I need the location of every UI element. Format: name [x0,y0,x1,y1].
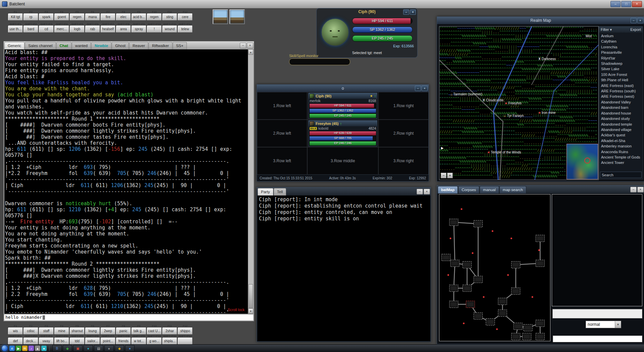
scrollbar-thumb[interactable] [249,284,253,308]
zoom-out-button[interactable]: − [441,173,446,178]
map-location-item[interactable]: Abandoned temple [599,122,643,127]
map-location-item[interactable]: Arelium [599,33,643,39]
macro-button[interactable]: logb [70,26,85,33]
terminal-scrollbar[interactable]: ▲ ▼ [248,49,253,314]
party-minimize-button[interactable]: – [415,86,421,91]
batmap-mode-select[interactable]: normal ▾ [586,321,621,328]
maximize-button[interactable]: □ [621,1,631,7]
batmap-minimize-button[interactable]: – [630,187,637,192]
taskbar-app-button[interactable]: ♠ [104,345,114,352]
realm-minimize-button[interactable]: – [631,18,637,23]
map-location-item[interactable]: Abandoned study [599,116,643,121]
macro-button[interactable]: goent [54,13,69,20]
world-minimap[interactable] [567,144,598,179]
macro-button[interactable]: tdd [70,338,85,345]
terminal-output[interactable]: Acid blast: ##Your entity is prepared to… [4,49,248,314]
macro-button[interactable]: vway [39,338,54,345]
quick-launch-icon[interactable]: ▲ [35,346,40,351]
realm-map-canvas[interactable]: ^^^^^^^^~~~~~~~~%%%%%%%%%///////////~~~^… [439,26,599,180]
taskbar-app-button[interactable]: ◆ [63,345,72,352]
realm-close-button[interactable]: × [637,18,643,23]
char-minimize-button[interactable]: – [403,9,409,15]
main-close-button[interactable]: × [247,43,253,48]
macro-button[interactable]: sting [162,13,177,20]
macro-button[interactable]: merc... [54,26,69,33]
tab-chat[interactable]: Chat [56,42,72,49]
tab-ss-[interactable]: SS+ [173,42,187,49]
macro-button[interactable]: 2wep [101,327,115,335]
map-location-item[interactable]: Abandoned house [599,111,643,116]
report-output[interactable]: Ciph [report]: In int modeCiph [report]:… [258,195,430,341]
map-location-item[interactable]: Ancient Temple of Gods [599,155,643,160]
report-minimize-button[interactable]: – [417,189,423,194]
macro-button[interactable]: cast U... [147,327,162,335]
batmap-close-button[interactable]: × [637,187,644,192]
batmap-field[interactable] [552,309,642,318]
tab-newbie[interactable]: Newbie [91,42,111,49]
macro-button[interactable]: spray [131,26,146,33]
macro-button[interactable]: cdisc [23,327,38,335]
macro-button[interactable]: shippo [178,327,193,335]
party-cell[interactable]: 3.Row left [257,147,307,175]
map-location-item[interactable]: 9th Plane of Hell [599,77,643,83]
macro-button[interactable]: cd [39,26,54,33]
map-location-item[interactable]: Calythien [599,39,643,44]
party-cell[interactable]: Freeyhm (45)↑IDLEkobold4824HP 639 / 639S… [307,120,378,147]
macro-button[interactable]: shipla... [162,338,177,345]
macro-button[interactable]: regen [147,13,162,20]
macro-button[interactable]: g wo... [147,338,162,345]
macro-button[interactable]: Kill tgt [8,13,23,20]
map-location-item[interactable]: Ackbar's quest [599,132,643,138]
macro-button[interactable]: area [116,26,131,33]
macro-button[interactable]: bard [23,26,38,33]
macro-button[interactable]: def [8,338,23,345]
map-location-item[interactable]: ARE Fortress (south) [599,88,643,94]
macro-button[interactable]: fire [101,13,115,20]
harbor-image-button[interactable] [213,9,228,24]
export-button[interactable]: Export [630,28,641,32]
macro-button[interactable]: wound [162,26,177,33]
report-close-button[interactable]: × [424,189,430,194]
party-cell[interactable]: Ciph (90)★↑merfolk8168HP 594 / 611SP 136… [307,92,378,120]
party-close-button[interactable]: × [422,86,428,91]
map-location-item[interactable]: Ancient Tower [599,160,643,165]
macro-button[interactable]: spark [39,13,54,20]
macro-button[interactable]: lift bo... [54,338,69,345]
party-cell[interactable]: 1.Row right [378,92,429,120]
macro-button[interactable]: talk g... [131,327,146,335]
party-cell[interactable]: 3.Row right [378,147,429,175]
tab-corpses[interactable]: Corpses [458,186,479,193]
macro-button[interactable]: sailor... [85,338,100,345]
map-location-item[interactable]: Shadowkeep [599,61,643,66]
tab-sales-channel[interactable]: Sales channel [25,42,56,49]
batmap-search-input[interactable] [553,336,642,342]
macro-button[interactable]: ! [147,26,162,33]
macro-button[interactable]: friends [116,338,131,345]
macro-button[interactable]: loung [85,327,100,335]
map-location-item[interactable]: ARE Fortress (west) [599,94,643,99]
party-cell[interactable]: 2.Row left [257,120,307,147]
map-location-item[interactable]: Rilynt'tar [599,55,643,61]
scroll-down-arrow[interactable]: ▼ [248,308,253,314]
macro-button[interactable]: cere [178,13,193,20]
macro-button[interactable] [178,338,193,345]
taskbar-app-button[interactable]: ● [84,345,93,352]
map-location-item[interactable]: Silver Lake [599,66,643,72]
map-location-item[interactable]: Abandoned barn [599,105,643,110]
macro-button[interactable]: mana [85,13,100,20]
quick-launch-icon[interactable]: ● [41,346,47,351]
main-minimize-button[interactable]: – [240,43,246,48]
macro-button[interactable]: panic [116,327,131,335]
map-search-input[interactable] [600,172,642,178]
party-cell[interactable]: 2.Row right [378,120,429,147]
map-location-item[interactable]: Abandoned Valley [599,99,643,105]
map-location-item[interactable]: Afkadel-el-Sha [599,138,643,143]
map-location-item[interactable]: Amberley mansion [599,143,643,149]
ships-image-button[interactable] [229,9,245,24]
tab-ghost[interactable]: Ghost [112,42,129,49]
scroll-up-arrow[interactable]: ▲ [248,49,253,55]
macro-button[interactable]: use th... [8,26,23,33]
macro-button[interactable]: rp [23,13,38,20]
macro-button[interactable]: wis [8,327,23,335]
party-member-card[interactable]: Freeyhm (45)↑IDLEkobold4824HP 639 / 639S… [308,120,377,146]
